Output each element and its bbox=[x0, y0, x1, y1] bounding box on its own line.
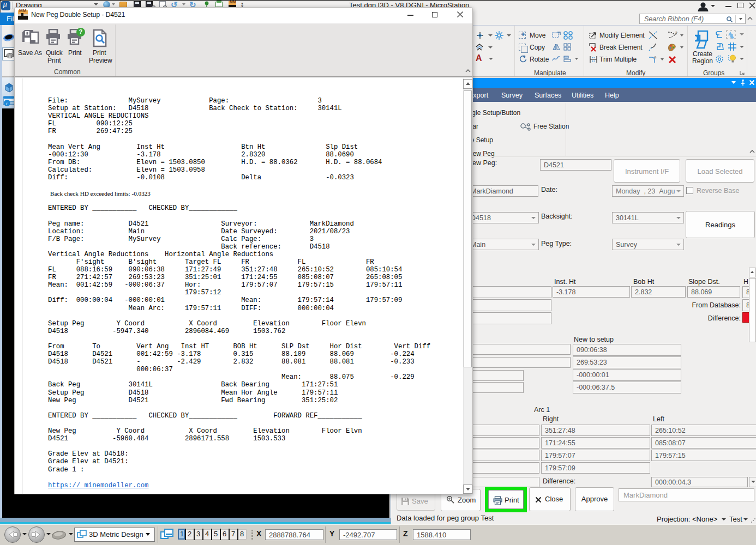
svg-text:2: 2 bbox=[675, 31, 677, 35]
